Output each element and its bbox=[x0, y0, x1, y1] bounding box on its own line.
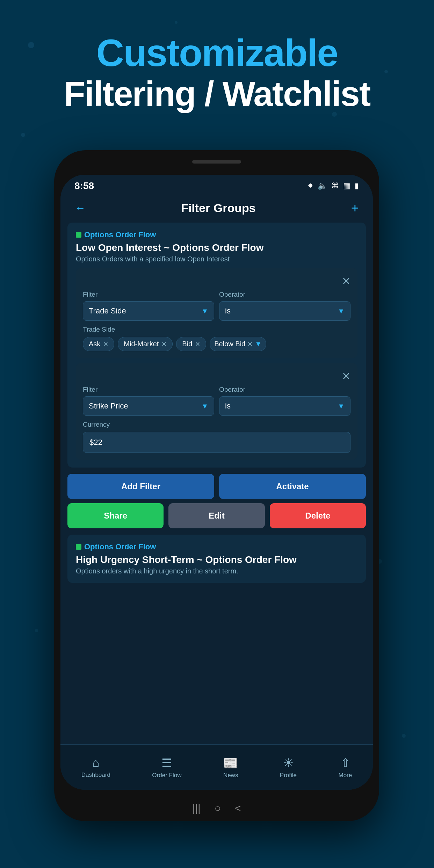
filter-row-trade-side: ✕ Filter Trade Side ▼ Operator bbox=[76, 268, 357, 358]
mute-icon: 🔈 bbox=[318, 181, 327, 190]
filter-select-2-text: Strike Price bbox=[89, 402, 128, 411]
filter-operator-row-2: Filter Strike Price ▼ Operator is ▼ bbox=[83, 386, 350, 416]
nav-item-order-flow[interactable]: ☰ Order Flow bbox=[152, 756, 181, 779]
chip-below-bid-chevron: ▼ bbox=[255, 340, 262, 348]
filter-group-2-tag: Options Order Flow bbox=[76, 542, 357, 551]
operator-select-1[interactable]: is ▼ bbox=[219, 301, 350, 321]
chips-section: Trade Side Ask ✕ Mid-Market ✕ Bi bbox=[83, 326, 350, 351]
filter-label-2: Filter bbox=[83, 386, 214, 393]
filter-operator-row-1: Filter Trade Side ▼ Operator is ▼ bbox=[83, 291, 350, 321]
operator-col-2: Operator is ▼ bbox=[219, 386, 350, 416]
back-button[interactable]: ← bbox=[74, 202, 86, 215]
tag-dot-2 bbox=[76, 544, 81, 550]
filter-group-2: Options Order Flow High Urgency Short-Te… bbox=[67, 535, 366, 583]
page-title: Filter Groups bbox=[181, 201, 255, 215]
tag-label-2: Options Order Flow bbox=[84, 542, 156, 551]
filter-group-2-title: High Urgency Short-Term ~ Options Order … bbox=[76, 554, 357, 565]
chips-row: Ask ✕ Mid-Market ✕ Bid ✕ bbox=[83, 337, 350, 351]
delete-button[interactable]: Delete bbox=[270, 503, 366, 528]
header-line2: Filtering / Watchlist bbox=[0, 74, 434, 114]
chip-ask[interactable]: Ask ✕ bbox=[83, 337, 114, 351]
tag-dot-1 bbox=[76, 232, 81, 238]
operator-select-2[interactable]: is ▼ bbox=[219, 396, 350, 416]
chips-label: Trade Side bbox=[83, 326, 350, 333]
activate-button[interactable]: Activate bbox=[219, 474, 366, 499]
add-filter-button[interactable]: Add Filter bbox=[67, 474, 214, 499]
profile-icon: ☀ bbox=[283, 756, 294, 770]
news-label: News bbox=[223, 772, 238, 779]
filter-group-1-title: Low Open Interest ~ Options Order Flow bbox=[76, 242, 357, 253]
order-flow-icon: ☰ bbox=[161, 756, 172, 770]
battery-icon: ▮ bbox=[355, 181, 359, 190]
operator-select-1-chevron: ▼ bbox=[338, 307, 345, 315]
more-icon: ⇧ bbox=[340, 756, 350, 770]
filter-col-2: Filter Strike Price ▼ bbox=[83, 386, 214, 416]
filter-group-1: Options Order Flow Low Open Interest ~ O… bbox=[67, 223, 366, 468]
operator-label-2: Operator bbox=[219, 386, 350, 393]
filter-select-1[interactable]: Trade Side ▼ bbox=[83, 301, 214, 321]
bottom-nav: ⌂ Dashboard ☰ Order Flow 📰 News ☀ Profil… bbox=[60, 744, 373, 790]
nav-item-profile[interactable]: ☀ Profile bbox=[280, 756, 297, 779]
chip-mid-market[interactable]: Mid-Market ✕ bbox=[118, 337, 173, 351]
filter-group-1-desc: Options Orders with a specified low Open… bbox=[76, 255, 357, 263]
chip-bid-text: Bid bbox=[182, 340, 192, 348]
nav-item-news[interactable]: 📰 News bbox=[223, 756, 238, 779]
status-bar: 8:58 ⁕ 🔈 ⌘ ▦ ▮ bbox=[60, 175, 373, 194]
chip-below-bid-text: Below Bid bbox=[214, 340, 245, 348]
phone-home-button[interactable]: ○ bbox=[215, 802, 221, 814]
nav-item-more[interactable]: ⇧ More bbox=[338, 756, 352, 779]
phone-frame: 8:58 ⁕ 🔈 ⌘ ▦ ▮ ← Filter Groups + Options… bbox=[54, 150, 379, 821]
signal-icon: ▦ bbox=[343, 181, 350, 190]
filter-group-1-tag: Options Order Flow bbox=[76, 230, 357, 239]
filter-group-2-desc: Options orders with a high urgency in th… bbox=[76, 567, 357, 575]
filter-col-1: Filter Trade Side ▼ bbox=[83, 291, 214, 321]
close-filter-1-button[interactable]: ✕ bbox=[342, 275, 350, 287]
chip-below-bid-remove[interactable]: ✕ bbox=[247, 340, 253, 348]
status-icons: ⁕ 🔈 ⌘ ▦ ▮ bbox=[307, 181, 359, 190]
phone-home-bar: ||| ○ < bbox=[192, 802, 241, 814]
edit-button[interactable]: Edit bbox=[168, 503, 265, 528]
filter-select-1-chevron: ▼ bbox=[201, 307, 208, 315]
chip-ask-text: Ask bbox=[89, 340, 100, 348]
action-buttons-row-2: Share Edit Delete bbox=[67, 503, 366, 528]
chip-bid[interactable]: Bid ✕ bbox=[176, 337, 206, 351]
profile-label: Profile bbox=[280, 772, 297, 779]
phone-notch bbox=[192, 160, 241, 164]
order-flow-label: Order Flow bbox=[152, 772, 181, 779]
chip-ask-remove[interactable]: ✕ bbox=[103, 340, 108, 348]
filter-select-1-text: Trade Side bbox=[89, 306, 126, 316]
currency-label: Currency bbox=[83, 421, 350, 428]
operator-col-1: Operator is ▼ bbox=[219, 291, 350, 321]
phone-back-button[interactable]: ||| bbox=[192, 802, 200, 814]
status-time: 8:58 bbox=[74, 180, 94, 191]
currency-input[interactable]: $22 bbox=[83, 432, 350, 453]
chip-mid-market-remove[interactable]: ✕ bbox=[161, 340, 167, 348]
more-label: More bbox=[338, 772, 352, 779]
tag-label-1: Options Order Flow bbox=[84, 230, 156, 239]
close-filter-2-button[interactable]: ✕ bbox=[342, 370, 350, 382]
operator-select-1-text: is bbox=[225, 306, 231, 316]
chip-below-bid[interactable]: Below Bid ✕ ▼ bbox=[210, 337, 266, 351]
chip-bid-remove[interactable]: ✕ bbox=[195, 340, 200, 348]
page-header: Customizable Filtering / Watchlist bbox=[0, 31, 434, 114]
dashboard-icon: ⌂ bbox=[92, 756, 100, 769]
header-line1: Customizable bbox=[0, 31, 434, 74]
filter-label-1: Filter bbox=[83, 291, 214, 298]
operator-label-1: Operator bbox=[219, 291, 350, 298]
filter-row-2-header: ✕ bbox=[83, 370, 350, 382]
action-buttons-row-1: Add Filter Activate bbox=[67, 474, 366, 499]
phone-recent-button[interactable]: < bbox=[235, 802, 241, 814]
nav-item-dashboard[interactable]: ⌂ Dashboard bbox=[81, 756, 110, 779]
bluetooth-icon: ⁕ bbox=[307, 181, 313, 190]
content-area: Options Order Flow Low Open Interest ~ O… bbox=[60, 219, 373, 764]
filter-row-strike-price: ✕ Filter Strike Price ▼ Operator bbox=[76, 363, 357, 460]
news-icon: 📰 bbox=[223, 756, 238, 770]
dashboard-label: Dashboard bbox=[81, 772, 110, 779]
chip-mid-market-text: Mid-Market bbox=[124, 340, 159, 348]
navigation-bar: ← Filter Groups + bbox=[60, 194, 373, 219]
phone-screen: 8:58 ⁕ 🔈 ⌘ ▦ ▮ ← Filter Groups + Options… bbox=[60, 175, 373, 790]
filter-select-2[interactable]: Strike Price ▼ bbox=[83, 396, 214, 416]
share-button[interactable]: Share bbox=[67, 503, 164, 528]
add-filter-group-button[interactable]: + bbox=[351, 201, 359, 216]
operator-select-2-chevron: ▼ bbox=[338, 402, 345, 410]
